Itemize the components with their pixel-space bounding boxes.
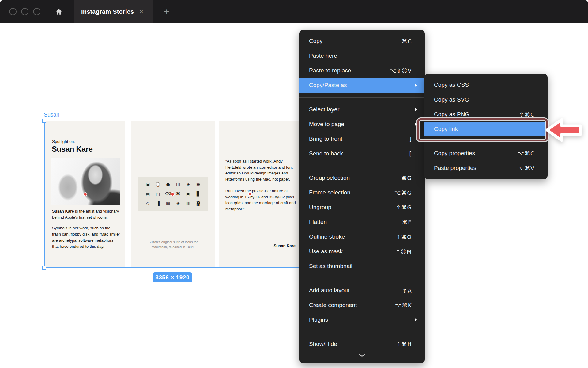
menu-item-paste-to-replace[interactable]: Paste to replace⌥⇧⌘V — [299, 63, 425, 78]
menu-item-label: Flatten — [309, 219, 402, 225]
icons-caption-line1: Susan’s original suite of icons for — [131, 240, 215, 245]
menu-item-copy-as-svg[interactable]: Copy as SVG — [424, 92, 548, 107]
quote-paragraph-2: But I loved the puzzle-like nature of wo… — [225, 188, 298, 212]
menu-item-label: Move to page — [309, 121, 412, 128]
menu-item-use-as-mask[interactable]: Use as mask⌃⌘M — [299, 244, 425, 259]
quote-paragraph-1: "As soon as I started work, Andy Hertzfe… — [225, 158, 298, 182]
menu-item-shortcut: ⇧⌘C — [519, 111, 535, 118]
context-menu: Copy⌘CPaste herePaste to replace⌥⇧⌘VCopy… — [299, 30, 425, 363]
menu-item-send-to-back[interactable]: Send to back[ — [299, 146, 425, 161]
window-control-minimize-icon[interactable] — [21, 8, 28, 15]
layers-icon: ▓ — [197, 201, 200, 205]
menu-item-label: Plugins — [309, 316, 412, 323]
window-control-zoom-icon[interactable] — [33, 8, 40, 15]
menu-item-shortcut: ⇧⌘H — [396, 341, 412, 347]
menu-item-paste-properties[interactable]: Paste properties⌥⌘V — [424, 161, 548, 175]
menu-separator — [299, 332, 425, 332]
menu-item-label: Copy as CSS — [434, 82, 535, 88]
menu-item-copy-properties[interactable]: Copy properties⌥⌘C — [424, 146, 548, 161]
submenu-arrow-icon — [415, 318, 417, 322]
menu-item-label: Paste here — [309, 52, 412, 59]
menu-item-frame-selection[interactable]: Frame selection⌥⌘G — [299, 185, 425, 200]
trash-can-icon: ⌫ — [165, 192, 171, 196]
story-panel-quote[interactable]: "As soon as I started work, Andy Hertzfe… — [219, 121, 301, 267]
menu-item-copy[interactable]: Copy⌘C — [299, 34, 425, 48]
menu-item-label: Copy as PNG — [434, 111, 519, 118]
red-marker-dot — [249, 193, 251, 195]
menu-item-label: Paste to replace — [309, 67, 390, 74]
menu-item-shortcut: ⌥⌘G — [394, 190, 412, 196]
menu-item-paste-here[interactable]: Paste here — [299, 48, 425, 63]
spotlight-body-1: Susan Kare is the artist and visionary b… — [52, 208, 120, 220]
submenu-arrow-icon — [415, 108, 417, 111]
menu-item-label: Show/Hide — [309, 341, 396, 347]
dimension-badge: 3356 × 1920 — [153, 272, 192, 282]
menu-item-shortcut: ⌥⌘K — [395, 302, 412, 309]
bomb-icon: ● — [166, 182, 170, 186]
menu-item-add-auto-layout[interactable]: Add auto layout⇧A — [299, 283, 425, 298]
menu-item-label: Copy link — [434, 126, 535, 132]
paint-can-icon: ◈ — [187, 182, 190, 186]
submenu-arrow-icon — [415, 122, 417, 126]
menu-item-copy-link[interactable]: Copy link — [424, 122, 548, 136]
floppy-disk-icon: ▦ — [196, 182, 200, 186]
selection-handle-bottom-left[interactable] — [42, 266, 46, 270]
menu-item-label: Copy properties — [434, 150, 518, 157]
menu-item-group-selection[interactable]: Group selection⌘G — [299, 171, 425, 185]
menu-item-set-as-thumbnail[interactable]: Set as thumbnail — [299, 259, 425, 274]
red-marker-dot — [171, 193, 174, 196]
window-control-close-icon[interactable] — [9, 8, 17, 15]
menu-item-shortcut: ⌃⌘M — [396, 248, 412, 255]
menu-item-bring-to-front[interactable]: Bring to front] — [299, 132, 425, 146]
window-controls — [9, 8, 40, 15]
menu-item-move-to-page[interactable]: Move to page — [299, 117, 425, 132]
figma-window: Instagram Stories × + Susan Spotlight on… — [0, 0, 588, 368]
menu-item-label: Select layer — [309, 106, 412, 113]
menu-item-shortcut: ⇧⌘G — [396, 204, 412, 211]
menu-item-ungroup[interactable]: Ungroup⇧⌘G — [299, 200, 425, 215]
menu-item-plugins[interactable]: Plugins — [299, 312, 425, 327]
menu-item-flatten[interactable]: Flatten⌘E — [299, 215, 425, 229]
menu-item-shortcut: [ — [409, 151, 412, 157]
copies-icon: ▩ — [166, 201, 170, 205]
menu-scroll-chevron[interactable] — [299, 351, 425, 359]
menu-item-create-component[interactable]: Create component⌥⌘K — [299, 298, 425, 312]
home-button[interactable] — [52, 5, 66, 18]
menu-item-copy-paste-as[interactable]: Copy/Paste as — [299, 78, 425, 93]
icons-caption-line2: Macintosh, released in 1984. — [131, 245, 215, 250]
chevron-down-icon — [359, 354, 365, 357]
menu-item-copy-as-png[interactable]: Copy as PNG⇧⌘C — [424, 107, 548, 122]
selection-handle-top-left[interactable] — [42, 119, 46, 123]
quote-text: "As soon as I started work, Andy Hertzfe… — [225, 158, 298, 218]
menu-item-select-layer[interactable]: Select layer — [299, 102, 425, 117]
menu-item-label: Outline stroke — [309, 233, 396, 240]
menu-item-copy-as-css[interactable]: Copy as CSS — [424, 78, 548, 92]
tab-instagram-stories[interactable]: Instagram Stories × — [74, 0, 153, 23]
menu-item-shortcut: ⇧A — [403, 287, 412, 294]
menu-item-label: Copy/Paste as — [309, 82, 412, 89]
macintosh-icon: ▣ — [146, 182, 150, 186]
menu-item-shortcut: ⌘E — [402, 219, 412, 225]
settings-doc-icon: ▥ — [186, 201, 190, 205]
eraser-icon: ◈ — [176, 201, 180, 205]
menu-item-show-hide[interactable]: Show/Hide⇧⌘H — [299, 337, 425, 351]
tab-title: Instagram Stories — [81, 8, 134, 15]
quote-attribution: - Susan Kare — [271, 243, 296, 248]
menu-item-label: Set as thumbnail — [309, 263, 412, 270]
copy-paste-as-submenu: Copy as CSSCopy as SVGCopy as PNG⇧⌘CCopy… — [424, 74, 548, 179]
spotlight-body-2: Symbols in her work, such as the trash c… — [52, 225, 120, 250]
frame-label[interactable]: Susan — [44, 112, 59, 118]
stamp-icon: ◇ — [146, 201, 149, 205]
menu-item-shortcut: ⌥⇧⌘V — [390, 67, 412, 74]
command-key-icon: ⌘ — [176, 192, 180, 196]
menu-separator — [299, 97, 425, 98]
new-tab-button[interactable]: + — [159, 0, 175, 23]
manual-book-icon: ▊ — [197, 192, 200, 196]
susan-kare-photo — [51, 158, 120, 205]
tab-close-icon[interactable]: × — [139, 8, 143, 15]
menu-item-label: Ungroup — [309, 204, 396, 211]
menu-item-outline-stroke[interactable]: Outline stroke⇧⌘O — [299, 229, 425, 244]
menu-separator — [299, 166, 425, 166]
menu-separator — [424, 141, 548, 141]
document-icon: ▤ — [146, 192, 150, 196]
